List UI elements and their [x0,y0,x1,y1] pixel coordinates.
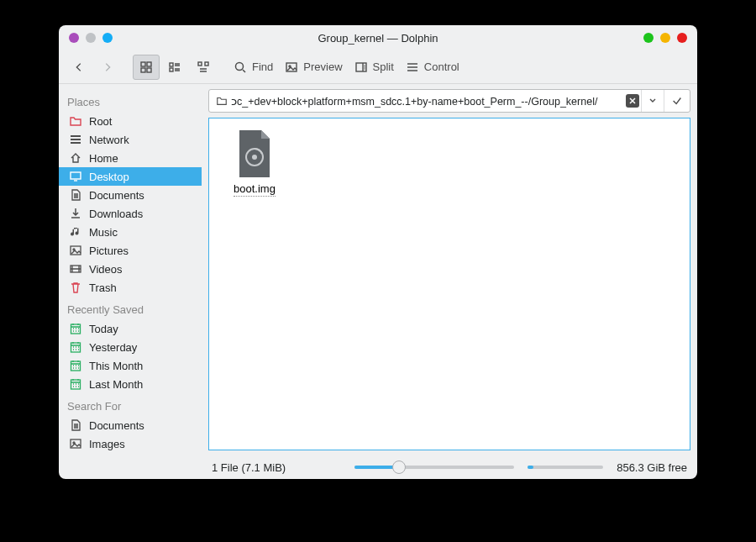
window-button-1[interactable] [69,33,79,43]
sidebar-item-label: Documents [89,419,144,432]
svg-rect-7 [205,62,208,66]
sidebar-item-pictures[interactable]: Pictures [59,241,202,260]
folder-red-icon [69,114,82,128]
cd-image-file-icon [236,130,273,177]
disk-free-label: 856.3 GiB free [617,461,687,474]
sidebar-item-label: Music [89,226,118,239]
folder-icon [209,95,231,107]
file-view[interactable]: boot.img [208,118,690,450]
location-dropdown-button[interactable] [642,97,664,105]
find-button[interactable]: Find [228,55,278,80]
sidebar-item-label: Images [89,438,125,450]
sidebar-item-today[interactable]: Today [59,319,202,338]
sidebar-section-header: Recently Saved [59,297,202,319]
places-panel[interactable]: PlacesRootNetworkHomeDesktopDocumentsDow… [59,84,202,479]
titlebar-left-controls [59,33,123,43]
calendar-icon [69,322,82,335]
sidebar-item-yesterday[interactable]: Yesterday [59,338,202,356]
sidebar-item-trash[interactable]: Trash [59,278,202,297]
sidebar-item-label: Downloads [89,208,143,220]
location-path[interactable]: ɔc_+dev+block+platform+msm_sdcc.1+by-nam… [231,95,624,108]
sidebar-item-documents[interactable]: Documents [59,416,202,434]
forward-button[interactable] [94,55,121,80]
file-name: boot.img [234,182,276,197]
desktop-icon [69,170,82,183]
music-icon [69,225,82,239]
svg-rect-15 [71,172,81,179]
sidebar-item-label: Yesterday [89,341,137,354]
preview-button[interactable]: Preview [280,55,347,80]
sidebar-item-label: This Month [89,360,143,372]
sidebar-item-label: Network [89,134,129,146]
main-area: ɔc_+dev+block+platform+msm_sdcc.1+by-nam… [202,84,697,479]
calendar-icon [69,359,82,372]
sidebar-item-videos[interactable]: Videos [59,260,202,278]
control-button[interactable]: Control [401,55,465,80]
sidebar-item-desktop[interactable]: Desktop [59,167,202,186]
zoom-thumb[interactable] [392,460,406,474]
split-button[interactable]: Split [349,55,399,80]
svg-rect-4 [170,63,173,66]
find-label: Find [252,61,273,73]
details-icon [197,61,210,74]
disk-usage-bar [528,466,603,469]
location-bar[interactable]: ɔc_+dev+block+platform+msm_sdcc.1+by-nam… [208,89,690,113]
grid-icon [139,61,153,74]
sidebar-item-label: Today [89,323,118,335]
view-compact-button[interactable] [161,55,188,80]
titlebar: Group_kernel — Dolphin [59,25,697,50]
svg-rect-12 [71,135,81,137]
close-button[interactable] [677,33,687,43]
split-icon [354,61,368,74]
window-title: Group_kernel — Dolphin [59,32,697,45]
toolbar: Find Preview Split Cont [59,50,697,84]
split-label: Split [373,61,394,73]
svg-rect-14 [71,142,81,144]
sidebar-item-label: Documents [89,189,144,202]
sidebar-item-last-month[interactable]: Last Month [59,375,202,393]
status-summary: 1 File (7.1 MiB) [212,461,286,474]
body: PlacesRootNetworkHomeDesktopDocumentsDow… [59,84,697,479]
video-icon [69,262,82,276]
view-details-button[interactable] [190,55,217,80]
sidebar-item-documents[interactable]: Documents [59,186,202,204]
location-go-button[interactable] [664,95,690,107]
file-item[interactable]: boot.img [221,130,288,197]
sidebar-item-network[interactable]: Network [59,130,202,149]
svg-rect-6 [198,62,202,66]
window-button-3[interactable] [102,33,113,43]
home-icon [69,151,82,165]
status-bar: 1 File (7.1 MiB) 856.3 GiB free [202,455,697,479]
svg-point-26 [252,155,257,160]
view-icons-button[interactable] [133,55,160,80]
clear-location-button[interactable] [626,94,639,108]
minimize-button[interactable] [643,33,654,43]
trash-icon [69,281,82,294]
sidebar-item-this-month[interactable]: This Month [59,356,202,375]
chevron-right-icon [102,61,113,73]
maximize-button[interactable] [660,33,670,43]
document-icon [69,418,82,432]
sidebar-item-label: Home [89,152,118,165]
sidebar-item-images[interactable]: Images [59,434,202,453]
svg-rect-13 [71,139,81,140]
svg-rect-5 [170,68,173,71]
sidebar-item-label: Last Month [89,378,143,391]
svg-point-8 [236,62,244,70]
zoom-slider[interactable] [354,459,514,476]
download-icon [69,207,82,220]
sidebar-item-root[interactable]: Root [59,112,202,130]
preview-label: Preview [303,61,342,73]
sidebar-item-downloads[interactable]: Downloads [59,204,202,223]
sidebar-section-header: Search For [59,393,202,416]
back-button[interactable] [66,55,92,80]
sidebar-item-home[interactable]: Home [59,149,202,167]
hamburger-icon [406,61,419,74]
calendar-icon [69,340,82,354]
window-button-2[interactable] [86,33,96,43]
dolphin-window: Group_kernel — Dolphin [59,25,697,479]
sidebar-item-music[interactable]: Music [59,223,202,241]
sidebar-section-header: Places [59,89,202,112]
sidebar-item-label: Root [89,115,112,128]
sidebar-item-label: Desktop [89,171,129,183]
